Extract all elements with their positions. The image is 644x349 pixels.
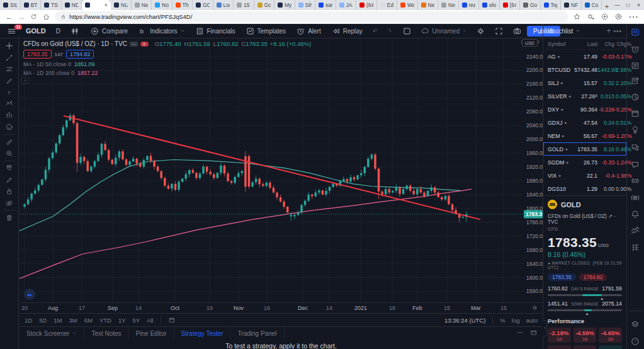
scale-auto[interactable]: auto [526,317,538,324]
ideas-streams-rail-button[interactable] [630,176,641,187]
panel-maximize-icon[interactable] [530,329,538,336]
timeframe-6m[interactable]: 6M [84,317,93,324]
watchlist-row-gdxj[interactable]: GDXJ ●47.540.240.51% [543,116,626,129]
timeframe-3m[interactable]: 3M [69,317,77,324]
magnet-tool[interactable] [1,163,18,174]
browser-tab[interactable]: Log [213,0,234,10]
watchlist-row-sgdm[interactable]: SGDM ●26.73-0.33-1.24% [543,156,626,169]
legend-settings-pill[interactable]: ≡ [140,42,149,47]
bottom-tab-trading-panel[interactable]: Trading Panel [231,327,285,340]
legend-eye-pill[interactable]: — [130,42,138,47]
refresh-icon[interactable] [30,13,38,21]
main-menu-button[interactable]: 11 [3,24,21,38]
browser-tab[interactable]: Ne [418,0,439,10]
browser-tab[interactable]: My [274,0,295,10]
date-axis[interactable]: 20Aug17Sep14Oct19Nov16Dec14202118Feb15Ma… [20,302,543,313]
browser-tab[interactable]: elor [479,0,500,10]
watchlist-row-silj[interactable]: SILJ ●15.570.322.10% [543,76,626,89]
browser-tab[interactable]: 15 r [234,0,254,10]
browser-tab[interactable]: TSL [41,0,62,10]
watchlist-column-header[interactable]: Chg [597,41,614,47]
watchlist-row-btcusd[interactable]: BTCUSD57432.481443.902.58% [543,63,626,76]
watchlist-column-header[interactable]: Last [574,41,597,47]
axis-settings-gear-icon[interactable] [531,304,538,311]
timeframe-1y[interactable]: 1Y [118,317,126,324]
chart-pane[interactable]: 2240.002200.002160.002120.002080.002040.… [20,38,543,302]
window-close-button[interactable]: × [633,0,644,10]
watchlist-row-dxy[interactable]: DXY ●90.364-0.228-0.25% [543,103,626,116]
browser-menu-icon[interactable]: ⋯ [628,11,638,23]
lock-tool[interactable] [1,186,18,197]
brush-tool[interactable] [1,75,18,86]
browser-tab[interactable]: Not [152,0,172,10]
browser-tab[interactable]: (64) [356,0,377,10]
timeframe-5y[interactable]: 5Y [133,317,140,324]
browser-tab[interactable]: New [132,0,152,10]
save-layout-button[interactable]: Unnamed [417,24,471,38]
snapshot-button[interactable] [509,24,526,38]
help-rail-button[interactable]: ? [630,336,641,348]
panel-collapse-handle[interactable]: ‹ [543,320,547,336]
browser-tab[interactable]: JAM [336,0,357,10]
currency-toggle[interactable]: USD [522,39,538,47]
text-tool[interactable]: T [1,87,18,98]
redo-button[interactable]: ↷ [383,24,395,38]
fib-tool[interactable] [1,64,18,75]
watchlist-title[interactable]: Watchlist [548,28,573,35]
timeframe-all[interactable]: All [147,317,154,324]
bottom-tab-text-notes[interactable]: Text Notes [84,327,128,340]
public-chats-rail-button[interactable] [630,142,641,154]
browser-tab[interactable]: The [172,0,193,10]
crosshair-tool[interactable] [1,40,18,52]
browser-tab[interactable]: NUG [111,0,132,10]
ma200-legend[interactable]: MA - 1D 200 close 01857.22 [23,70,311,76]
favorites-icon[interactable] [573,13,581,21]
candlestick-chart[interactable]: 2240.002200.002160.002120.002080.002040.… [20,38,543,302]
browser-tab[interactable]: Wal [397,0,418,10]
forecast-tool[interactable] [1,110,18,121]
trash-tool[interactable] [1,212,18,223]
scale-%[interactable]: % [500,317,505,324]
alert-button[interactable]: Alert [292,24,325,38]
trendline-tool[interactable] [1,52,18,63]
new-tab-button[interactable]: + [602,3,612,10]
browser-tab[interactable]: Silv [295,0,316,10]
eye-tool[interactable] [1,197,18,209]
legend-title[interactable]: CFDs on Gold (US$ / OZ) · 1D · TVC [23,40,127,47]
fullscreen-button[interactable] [490,24,507,38]
browser-tab[interactable]: (64) [500,0,521,10]
compare-button[interactable]: Compare [86,24,132,38]
add-symbol-button[interactable]: + [606,26,611,35]
chart-settings-button[interactable] [472,24,489,38]
legend-collapse-icon[interactable] [21,77,30,84]
watchlist-row-ag[interactable]: AG ●17.49-0.03-0.17% [543,50,626,63]
url-bar[interactable]: https://www.tradingview.com/chart/PFSJqS… [55,11,568,22]
templates-button[interactable]: Templates [242,24,290,38]
bottom-tab-pine-editor[interactable]: Pine Editor [129,327,174,340]
watchlist-column-header[interactable]: Symbol [548,41,574,47]
financials-button[interactable]: Financials [191,24,239,38]
browser-tab[interactable]: ND [62,0,82,10]
ma50-legend[interactable]: MA - 1D 50 close 01851.09 [23,61,311,67]
browser-tab[interactable]: Top [541,0,562,10]
browser-tab[interactable]: Gol [520,0,541,10]
notifications-rail-button[interactable] [630,209,641,220]
text-notes-rail-button[interactable] [630,76,641,87]
browser-tab[interactable]: BTC [21,0,42,10]
browser-tab-active[interactable]: × [82,0,111,10]
timeframe-1m[interactable]: 1M [54,317,62,324]
timeframe-ytd[interactable]: YTD [99,317,111,324]
private-chats-rail-button[interactable] [630,159,641,171]
indicators-button[interactable]: fxIndicators [134,24,188,38]
panel-minimize-icon[interactable] [516,329,524,336]
browser-tab[interactable]: NFL [561,0,582,10]
emoji-tool[interactable] [1,122,18,133]
timeframe-5d[interactable]: 5D [39,317,47,324]
interval-button[interactable]: D [52,24,64,38]
collections-icon[interactable] [601,13,609,21]
go-to-date-button[interactable] [168,316,176,324]
object-tree-rail-button[interactable] [630,319,641,331]
watchlist-row-gold[interactable]: GOLD ●1783.358.160.46% [543,142,626,156]
back-icon[interactable]: ← [6,13,13,21]
ruler-tool[interactable] [1,136,18,147]
